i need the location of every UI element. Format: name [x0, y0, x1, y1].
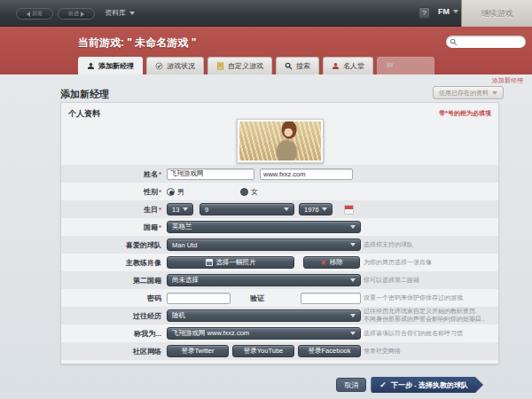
form-row-portrait: 主教练肖像 选择一幅照片 ✕ 移除 为你的简历选择一张肖像 — [61, 254, 498, 271]
form-row-birthday: 生日* 13 9 1976 — [61, 200, 498, 218]
chevron-down-icon — [129, 12, 135, 15]
portrait-hint: 为你的简历选择一张肖像 — [364, 259, 498, 267]
tab-bar: 添加新经理 游戏状况 自定义游戏 — [78, 57, 434, 74]
verify-label: 验证 — [250, 293, 264, 303]
social-network-hint: 登录社交网络 — [364, 348, 498, 356]
choose-picture-button[interactable]: 选择一幅照片 — [167, 256, 294, 269]
calendar-icon[interactable] — [344, 205, 354, 215]
help-icon: ? — [422, 9, 426, 17]
login-youtube-button[interactable]: 登录YouTube — [232, 345, 294, 357]
form-row-password: 密码 验证 设置一个密码来保护你保存过的游戏 — [61, 289, 498, 307]
favourite-team-hint: 选择你支持的球队 — [364, 241, 498, 249]
form-row-nationality: 国籍* 英格兰 — [61, 218, 498, 236]
radio-selected-icon — [167, 188, 175, 196]
form-row-second-nationality: 第二国籍 尚未选择 你可以选择第二国籍 — [61, 271, 498, 289]
form: 姓名* 性别* 男 女 — [61, 165, 498, 360]
password-verify-input[interactable] — [301, 293, 361, 304]
forward-button[interactable]: 前进 — [58, 8, 95, 20]
personal-info-panel: 个人资料 带*号的框为必填项 姓名* 性别* 男 — [60, 102, 499, 364]
search-box[interactable] — [446, 35, 526, 48]
form-row-gender: 性别* 男 女 — [61, 183, 498, 200]
birthday-label: 生日 — [144, 206, 158, 214]
search-icon — [285, 62, 293, 70]
library-menu[interactable]: 资料库 — [105, 8, 135, 18]
hall-of-fame-icon — [332, 62, 340, 70]
required-mark: * — [159, 223, 161, 231]
search-icon — [450, 38, 458, 46]
help-button[interactable]: ? — [419, 7, 430, 19]
chat-bubble-icon — [386, 62, 394, 70]
form-row-name: 姓名* — [61, 165, 498, 183]
login-facebook-button[interactable]: 登录Facebook — [298, 345, 361, 357]
gender-female-radio[interactable]: 女 — [240, 187, 258, 197]
search-input[interactable] — [458, 39, 520, 45]
last-name-input[interactable] — [260, 168, 353, 180]
form-row-past-experience: 过往经历 随机 过往经历允许玩家自定义开始的教职资历. 不同身份所形成的声誉会影… — [61, 307, 498, 325]
continue-game-button[interactable]: 继续游戏 — [461, 0, 532, 27]
portrait-label: 主教练肖像 — [126, 259, 161, 267]
tab-custom-game[interactable]: 自定义游戏 — [207, 57, 272, 74]
tab-add-new-manager[interactable]: 添加新经理 — [78, 57, 143, 74]
page-title: 当前游戏: " 未命名游戏 " — [78, 35, 196, 51]
required-note: 带*号的框为必填项 — [439, 109, 491, 118]
next-step-button[interactable]: ✓ 下一步 - 选择执教的球队 — [371, 377, 483, 393]
nationality-label: 国籍 — [144, 223, 158, 231]
past-experience-select[interactable]: 随机 — [167, 309, 361, 322]
profile-photo-frame — [237, 119, 324, 163]
favourite-team-select[interactable]: Man Utd — [167, 239, 361, 251]
fm-menu[interactable]: FM — [438, 7, 458, 16]
second-nationality-select[interactable]: 尚未选择 — [167, 274, 361, 286]
topbar: 后退 前进 资料库 ? FM 继续游戏 — [0, 0, 532, 27]
form-row-favourite-team: 喜爱的球队 Man Utd 选择你支持的球队 — [61, 236, 498, 254]
gender-male-radio[interactable]: 男 — [167, 187, 184, 197]
back-button[interactable]: 后退 — [16, 8, 53, 20]
continue-game-label: 继续游戏 — [481, 8, 513, 20]
remove-picture-button[interactable]: ✕ 移除 — [303, 256, 360, 269]
call-me-select[interactable]: 飞翔游戏网 www.fxxz.com — [167, 327, 361, 340]
past-experience-hint: 过往经历允许玩家自定义开始的教职资历. 不同身份所形成的声誉会影响到你的短期目.… — [364, 308, 498, 324]
required-mark: * — [159, 170, 161, 178]
tab-player-community[interactable]: 玩家交流 — [377, 57, 434, 74]
tab-game-status[interactable]: 游戏状况 — [146, 57, 204, 74]
login-twitter-button[interactable]: 登录Twitter — [167, 345, 229, 357]
remove-x-icon: ✕ — [320, 259, 326, 267]
password-label: 密码 — [147, 294, 161, 302]
tab-label: 搜索 — [296, 61, 310, 71]
tab-hall-of-fame[interactable]: 名人堂 — [323, 57, 373, 74]
form-row-call-me: 称我为... 飞翔游戏网 www.fxxz.com 选择该项以符合你们的姓名称呼… — [61, 325, 498, 342]
forward-arrow-icon — [81, 12, 84, 17]
app-window: 后退 前进 资料库 ? FM 继续游戏 当前游戏: " 未命名游戏 " — [0, 0, 532, 399]
past-experience-label: 过往经历 — [133, 312, 161, 320]
nationality-select[interactable]: 英格兰 — [167, 221, 361, 233]
first-name-input[interactable] — [167, 168, 254, 180]
radio-unselected-icon — [240, 188, 248, 196]
birth-month-select[interactable]: 9 — [200, 203, 294, 215]
use-existing-label: 使用已存在的资料 — [439, 89, 489, 98]
birth-year-select[interactable]: 1976 — [299, 203, 332, 215]
second-nationality-label: 第二国籍 — [133, 277, 161, 285]
image-icon — [206, 259, 213, 266]
social-network-label: 社区网络 — [133, 348, 161, 356]
library-menu-label: 资料库 — [105, 8, 126, 18]
password-input[interactable] — [167, 293, 231, 304]
tab-search[interactable]: 搜索 — [276, 57, 319, 74]
password-hint: 设置一个密码来保护你保存过的游戏 — [364, 294, 498, 302]
chevron-down-icon — [492, 91, 497, 95]
use-existing-profile-button[interactable]: 使用已存在的资料 — [433, 86, 504, 99]
female-label: 女 — [251, 187, 258, 197]
cancel-button[interactable]: 取消 — [336, 378, 366, 392]
tab-label: 自定义游戏 — [228, 61, 263, 71]
chevron-down-icon — [453, 10, 458, 13]
check-circle-icon — [155, 62, 163, 70]
section-page-title: 添加新经理 — [60, 88, 109, 101]
required-mark: * — [159, 206, 161, 214]
footer-actions: 取消 ✓ 下一步 - 选择执教的球队 — [336, 377, 483, 393]
call-me-hint: 选择该项以符合你们的姓名称呼习惯 — [364, 330, 498, 338]
tab-label: 添加新经理 — [98, 61, 134, 71]
gender-label: 性别 — [144, 188, 158, 196]
tab-label: 游戏状况 — [167, 61, 195, 71]
birth-day-select[interactable]: 13 — [167, 203, 193, 215]
back-arrow-icon — [27, 12, 30, 17]
second-nationality-hint: 你可以选择第二国籍 — [364, 277, 498, 285]
tab-label: 名人堂 — [343, 61, 364, 71]
